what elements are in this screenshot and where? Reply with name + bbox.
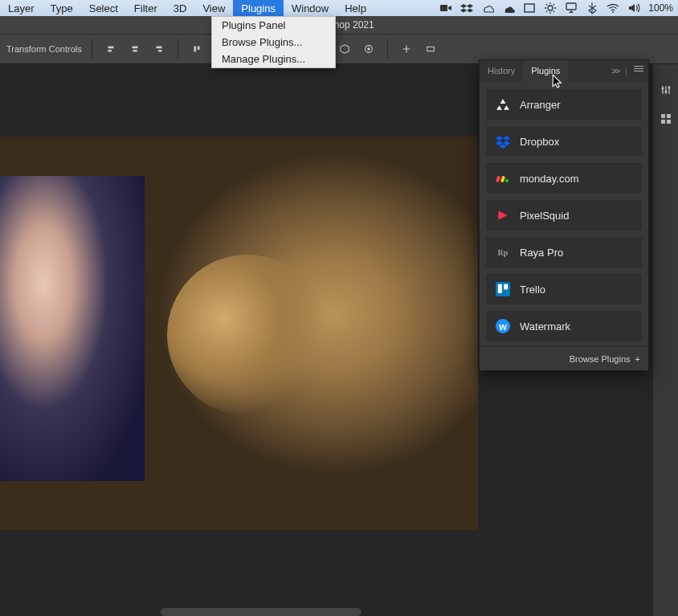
- separator: [92, 39, 92, 59]
- transform-controls-label: Transform Controls: [6, 44, 82, 54]
- browse-plugins-link[interactable]: Browse Plugins: [570, 354, 631, 364]
- separator: [178, 39, 178, 59]
- plugin-label: Trello: [520, 284, 545, 296]
- panel-collapse-icon[interactable]: >>: [611, 66, 619, 75]
- plugin-label: Dropbox: [520, 136, 559, 148]
- extras-icon[interactable]: [398, 40, 415, 58]
- svg-point-23: [505, 179, 508, 182]
- 3d-mode-icon[interactable]: [336, 40, 353, 58]
- svg-rect-22: [500, 176, 505, 183]
- svg-rect-13: [427, 47, 434, 51]
- settings-icon[interactable]: [544, 2, 557, 14]
- svg-rect-17: [661, 114, 665, 118]
- svg-rect-24: [496, 282, 510, 296]
- airplay-icon[interactable]: [565, 2, 578, 14]
- bluetooth-icon[interactable]: [586, 2, 598, 14]
- plugin-label: Raya Pro: [520, 247, 563, 259]
- align-left-icon[interactable]: [102, 40, 120, 58]
- plugin-label: Watermark: [520, 320, 570, 332]
- dropdown-manage-plugins[interactable]: Manage Plugins...: [212, 51, 335, 67]
- panel-menu-icon[interactable]: [634, 66, 643, 75]
- video-icon[interactable]: [439, 2, 452, 14]
- svg-point-2: [548, 6, 553, 10]
- canvas-image: [0, 137, 478, 530]
- svg-rect-21: [496, 176, 500, 183]
- plugin-watermark[interactable]: w Watermark: [486, 311, 642, 341]
- cloud-sync-icon[interactable]: [481, 2, 494, 14]
- svg-rect-3: [566, 3, 576, 10]
- swatches-icon[interactable]: [660, 112, 672, 129]
- menu-window[interactable]: Window: [284, 0, 337, 16]
- svg-rect-1: [525, 4, 534, 12]
- menu-select[interactable]: Select: [81, 0, 126, 16]
- arranger-icon: [496, 97, 510, 112]
- extras2-icon[interactable]: [422, 40, 439, 58]
- menu-help[interactable]: Help: [337, 0, 374, 16]
- plugin-rayapro[interactable]: Rp Raya Pro: [486, 237, 642, 267]
- right-panel-strip: [652, 64, 678, 616]
- svg-rect-20: [667, 120, 671, 124]
- svg-point-15: [664, 90, 667, 92]
- dropdown-browse-plugins[interactable]: Browse Plugins...: [212, 34, 335, 51]
- menu-bar-items: Layer Type Select Filter 3D View Plugins…: [0, 0, 374, 16]
- svg-text:w: w: [498, 321, 507, 332]
- svg-rect-18: [667, 114, 671, 118]
- menu-view[interactable]: View: [194, 0, 233, 16]
- document-canvas[interactable]: [0, 137, 478, 530]
- svg-rect-26: [504, 284, 508, 290]
- rayapro-icon: Rp: [496, 245, 510, 259]
- pixelsquid-icon: [496, 208, 510, 222]
- plugins-panel: History Plugins >> | Arranger Dropbox mo…: [479, 59, 649, 371]
- wifi-icon[interactable]: [607, 2, 619, 14]
- plugin-label: PixelSquid: [520, 210, 569, 222]
- menu-3d[interactable]: 3D: [165, 0, 195, 16]
- plugins-dropdown: Plugins Panel Browse Plugins... Manage P…: [211, 16, 336, 68]
- plugin-label: monday.com: [520, 173, 578, 185]
- plugin-trello[interactable]: Trello: [486, 274, 642, 304]
- menu-bar-status: 100%: [439, 2, 673, 14]
- menu-filter[interactable]: Filter: [126, 0, 165, 16]
- mask-mode-icon[interactable]: [360, 40, 378, 58]
- svg-rect-0: [440, 5, 447, 11]
- svg-point-16: [668, 86, 670, 88]
- plugins-list: Arranger Dropbox monday.com PixelSquid R…: [480, 81, 648, 346]
- panel-tabs: History Plugins >> |: [480, 60, 648, 81]
- menu-bar: Layer Type Select Filter 3D View Plugins…: [0, 0, 678, 16]
- align-right-icon[interactable]: [150, 40, 168, 58]
- separator: |: [625, 66, 627, 75]
- svg-point-12: [367, 47, 370, 51]
- volume-icon[interactable]: [627, 2, 640, 14]
- panel-footer: Browse Plugins +: [480, 346, 648, 370]
- dropdown-plugins-panel[interactable]: Plugins Panel: [212, 17, 335, 34]
- horizontal-scrollbar[interactable]: [161, 608, 361, 616]
- trello-icon: [496, 282, 510, 296]
- menu-layer[interactable]: Layer: [0, 0, 43, 16]
- svg-point-14: [661, 87, 664, 89]
- plugin-arranger[interactable]: Arranger: [486, 89, 642, 120]
- dropbox-icon[interactable]: [460, 2, 473, 14]
- plugin-monday[interactable]: monday.com: [486, 163, 642, 194]
- svg-point-4: [612, 11, 614, 13]
- menu-plugins[interactable]: Plugins: [233, 0, 284, 16]
- tab-plugins[interactable]: Plugins: [523, 60, 568, 81]
- watermark-icon: w: [496, 319, 510, 333]
- menu-type[interactable]: Type: [43, 0, 81, 16]
- cloud-icon[interactable]: [502, 2, 515, 14]
- title-bar: Photoshop 2021: [0, 16, 678, 34]
- frame-icon[interactable]: [523, 2, 536, 14]
- battery-percent: 100%: [648, 2, 673, 14]
- plus-icon[interactable]: +: [635, 354, 640, 364]
- svg-rect-25: [498, 284, 502, 293]
- plugin-label: Arranger: [520, 99, 561, 111]
- dropbox-icon: [496, 134, 510, 149]
- align-center-h-icon[interactable]: [126, 40, 144, 58]
- plugin-dropbox[interactable]: Dropbox: [486, 126, 642, 157]
- align-top-icon[interactable]: [188, 40, 206, 58]
- svg-rect-19: [661, 120, 665, 124]
- tab-history[interactable]: History: [480, 60, 523, 81]
- separator: [387, 39, 388, 59]
- monday-icon: [496, 171, 510, 186]
- adjustments-icon[interactable]: [660, 84, 672, 100]
- plugin-pixelsquid[interactable]: PixelSquid: [486, 200, 642, 230]
